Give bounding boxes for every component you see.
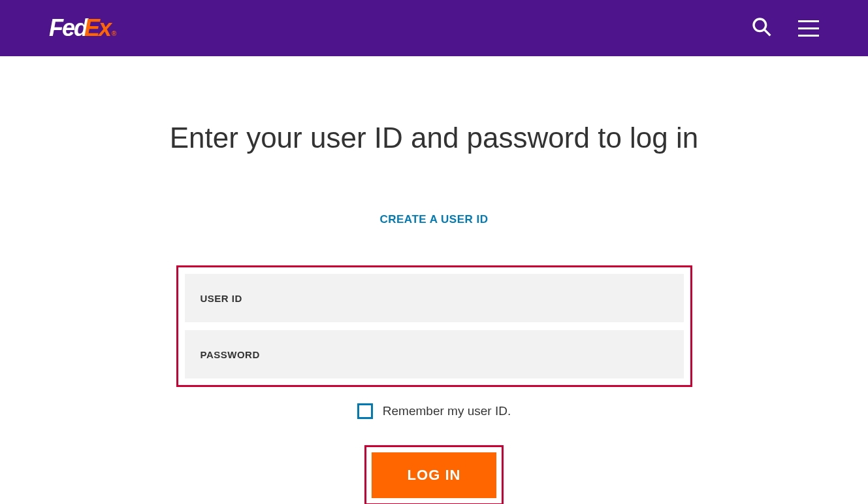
logo-ex-text: Ex (84, 14, 110, 42)
page-title: Enter your user ID and password to log i… (0, 122, 868, 154)
remember-row: Remember my user ID. (176, 403, 692, 419)
search-icon[interactable] (751, 16, 772, 40)
password-input[interactable] (185, 330, 684, 378)
svg-line-1 (765, 30, 771, 36)
login-button[interactable]: LOG IN (372, 452, 497, 498)
svg-point-0 (754, 19, 766, 31)
create-user-id-link[interactable]: CREATE A USER ID (379, 213, 488, 226)
input-group-highlight (176, 265, 692, 387)
fedex-logo[interactable]: Fed Ex ® (49, 14, 115, 42)
logo-fed-text: Fed (49, 14, 87, 42)
remember-label: Remember my user ID. (383, 404, 511, 418)
main-content: Enter your user ID and password to log i… (0, 56, 868, 504)
login-button-highlight: LOG IN (364, 445, 504, 504)
user-id-input[interactable] (185, 274, 684, 322)
login-form: Remember my user ID. LOG IN (176, 265, 692, 504)
remember-checkbox[interactable] (357, 403, 373, 419)
header-right (751, 16, 819, 40)
header: Fed Ex ® (0, 0, 868, 56)
logo-registered: ® (112, 30, 115, 37)
hamburger-menu-icon[interactable] (798, 20, 819, 37)
